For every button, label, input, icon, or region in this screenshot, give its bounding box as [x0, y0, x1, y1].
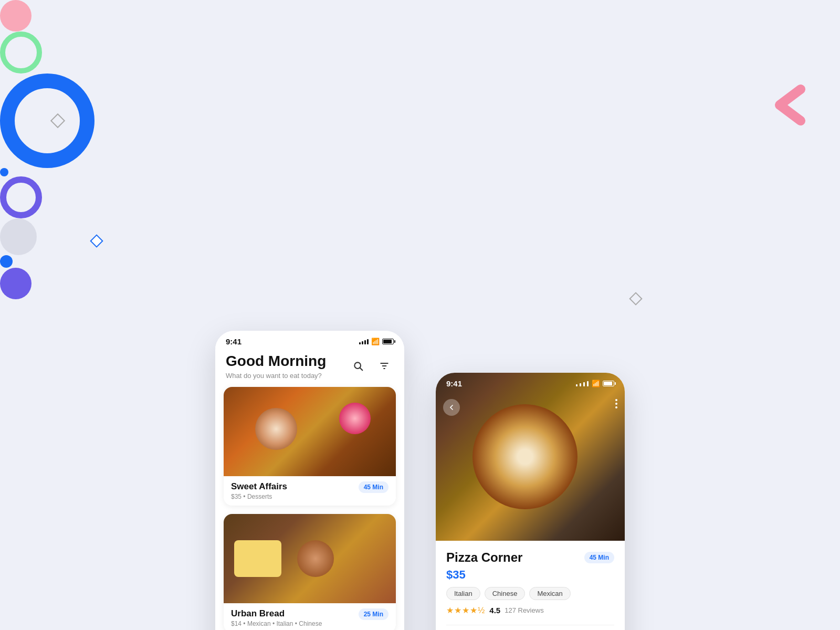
- phone1-status-icons: 📶: [359, 338, 394, 345]
- rating-score: 4.5: [489, 606, 500, 615]
- phone1-time: 9:41: [226, 337, 242, 346]
- bg-decoration-dot: [0, 168, 8, 176]
- bg-decoration-blue-circle: [0, 74, 94, 168]
- stars: ★★★★½: [446, 605, 485, 615]
- signal-icon: [359, 339, 369, 344]
- cuisine-chinese: Chinese: [485, 587, 526, 600]
- rating-row: ★★★★½ 4.5 127 Reviews: [446, 605, 614, 615]
- restaurant-subtitle: $14 • Mexican • Italian • Chinese: [231, 620, 322, 627]
- filter-button[interactable]: [375, 356, 394, 375]
- wifi-icon: 📶: [592, 380, 600, 387]
- bg-decoration-arrow: [769, 84, 811, 128]
- restaurant-info-sweet-affairs: Sweet Affairs $35 • Desserts 45 Min: [224, 476, 396, 506]
- back-button[interactable]: [443, 399, 460, 416]
- phone1-header: Good Morning What do you want to eat tod…: [215, 348, 404, 387]
- bg-decoration-dot2: [0, 255, 13, 268]
- svg-line-1: [360, 368, 363, 371]
- cuisine-tags: Italian Chinese Mexican: [446, 587, 614, 600]
- restaurant-card-urban-bread[interactable]: Urban Bread $14 • Mexican • Italian • Ch…: [224, 514, 396, 630]
- phone2-status-icons: 📶: [575, 380, 614, 387]
- greeting-subtitle: What do you want to eat today?: [226, 372, 326, 380]
- restaurant-name: Pizza Corner: [446, 550, 522, 565]
- detail-header: Pizza Corner 45 Min: [446, 550, 614, 565]
- bg-decoration-green: [0, 32, 42, 74]
- restaurant-details: Urban Bread $14 • Mexican • Italian • Ch…: [231, 608, 322, 627]
- phones-container: 9:41 📶 Good Morning What do you want to …: [0, 299, 840, 630]
- restaurant-name: Sweet Affairs: [231, 481, 287, 492]
- battery-icon: [382, 339, 394, 344]
- restaurant-card-sweet-affairs[interactable]: Sweet Affairs $35 • Desserts 45 Min: [224, 387, 396, 506]
- more-options-button[interactable]: [615, 399, 617, 408]
- bg-decoration-purple2: [0, 268, 32, 299]
- restaurant-price: $35: [446, 568, 614, 582]
- restaurant-image-sweet-affairs: [224, 387, 396, 476]
- wifi-icon: 📶: [371, 338, 380, 345]
- cuisine-italian: Italian: [446, 587, 480, 600]
- bg-decoration-diamond2: [90, 234, 103, 247]
- restaurant-time: 25 Min: [359, 608, 388, 620]
- phone2-time: 9:41: [446, 379, 462, 388]
- restaurant-time: 45 Min: [359, 481, 388, 493]
- rating-reviews: 127 Reviews: [505, 606, 543, 614]
- restaurant-image-urban-bread: [224, 514, 396, 603]
- restaurant-details: Sweet Affairs $35 • Desserts: [231, 481, 287, 500]
- bg-decoration-purple: [0, 176, 42, 218]
- restaurant-subtitle: $35 • Desserts: [231, 493, 287, 500]
- greeting-section: Good Morning What do you want to eat tod…: [226, 353, 326, 380]
- divider: [446, 625, 614, 625]
- restaurant-hero-image: [436, 373, 625, 541]
- bg-decoration-gray: [0, 218, 37, 255]
- restaurant-info-urban-bread: Urban Bread $14 • Mexican • Italian • Ch…: [224, 603, 396, 630]
- phone-1: 9:41 📶 Good Morning What do you want to …: [215, 331, 404, 630]
- header-action-icons: [349, 356, 394, 375]
- search-button[interactable]: [349, 356, 368, 375]
- restaurant-detail-section: Pizza Corner 45 Min $35 Italian Chinese …: [436, 541, 625, 625]
- battery-icon: [603, 381, 614, 386]
- phone1-status-bar: 9:41 📶: [215, 331, 404, 348]
- phone2-status-bar: 9:41 📶: [436, 373, 625, 390]
- cuisine-mexican: Mexican: [529, 587, 570, 600]
- phone-2: 9:41 📶: [436, 373, 625, 630]
- bg-decoration-pink: [0, 0, 32, 32]
- restaurant-name: Urban Bread: [231, 608, 322, 619]
- phone2-hero: 9:41 📶: [436, 373, 625, 541]
- signal-icon: [575, 381, 589, 386]
- greeting-title: Good Morning: [226, 353, 326, 370]
- restaurant-time-badge: 45 Min: [584, 552, 614, 563]
